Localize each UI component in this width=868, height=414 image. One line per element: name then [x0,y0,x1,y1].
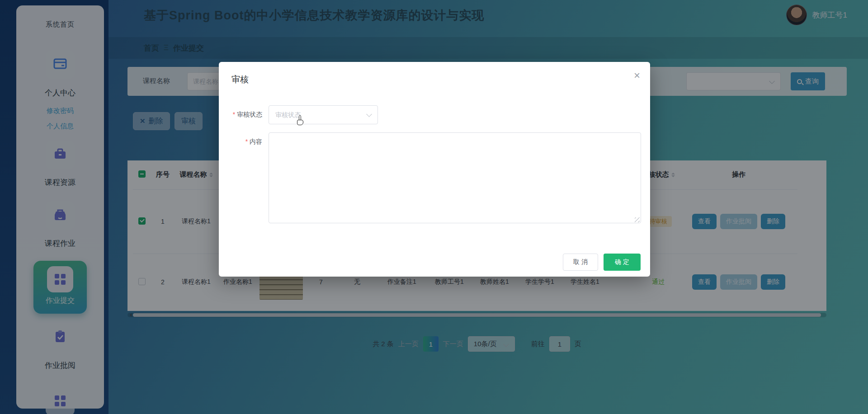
audit-status-label: 审核状态 [219,111,262,119]
content-textarea[interactable] [269,132,641,223]
close-icon[interactable]: × [634,70,640,81]
modal-title: 审核 [231,74,249,85]
content-label: 内容 [219,138,262,146]
cancel-button[interactable]: 取 消 [563,254,598,271]
audit-modal: 审核 × 审核状态 审核状态 内容 取 消 确 定 [219,62,650,277]
chevron-down-icon [366,111,372,117]
confirm-button[interactable]: 确 定 [604,254,641,271]
cursor-pointer [297,115,305,126]
audit-status-select[interactable]: 审核状态 [269,105,378,124]
app-window: 系统首页 个人中心 修改密码 个人信息 课程资源 课程作业 作业提交 [0,0,868,414]
